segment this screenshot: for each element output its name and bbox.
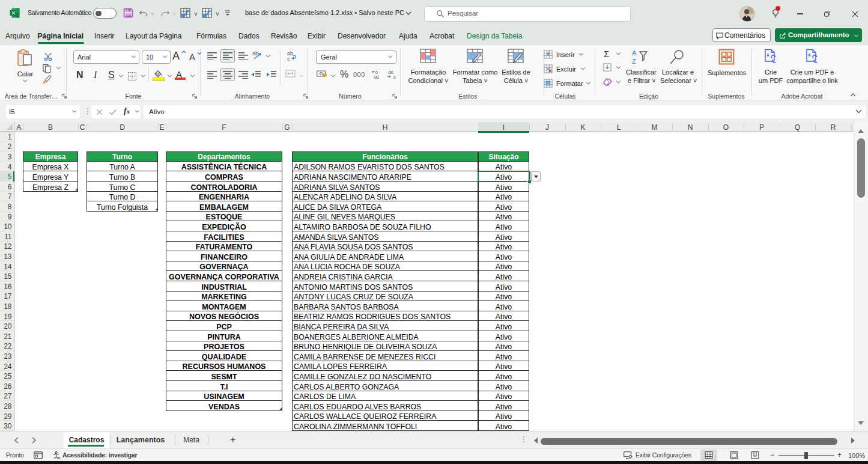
svg-text:ab: ab — [252, 50, 258, 56]
svg-text:A: A — [808, 53, 811, 57]
svg-text:A: A — [632, 49, 637, 56]
svg-text:c: c — [287, 56, 290, 61]
svg-text:0: 0 — [375, 70, 378, 75]
svg-text:.00: .00 — [373, 75, 379, 79]
svg-text:Z: Z — [632, 58, 636, 65]
svg-text:.0: .0 — [392, 75, 396, 79]
svg-text:A: A — [766, 53, 769, 57]
svg-text:.00: .00 — [387, 70, 393, 75]
